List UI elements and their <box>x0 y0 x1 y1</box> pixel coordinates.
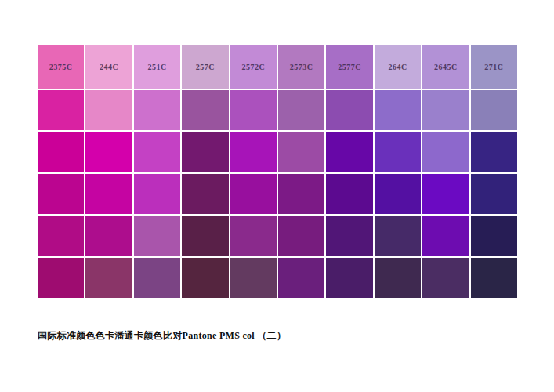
swatch-271C-row4 <box>471 174 517 214</box>
column-header-swatch-2573C: 2573C <box>278 45 324 89</box>
swatch-264C-row6 <box>375 258 421 298</box>
swatch-2375C-row6 <box>38 258 84 298</box>
swatch-244C-row2 <box>85 90 132 130</box>
column-label: 264C <box>388 63 407 71</box>
swatch-264C-row4 <box>375 174 421 214</box>
swatch-251C-row4 <box>134 174 180 214</box>
column-label: 2645C <box>434 63 458 71</box>
swatch-251C-row2 <box>134 90 180 130</box>
swatch-2577C-row2 <box>326 90 372 130</box>
swatch-2573C-row5 <box>278 216 324 256</box>
column-header-swatch-2375C: 2375C <box>38 45 84 89</box>
swatch-257C-row5 <box>182 216 228 256</box>
swatch-264C-row3 <box>375 132 421 172</box>
swatch-2572C-row2 <box>230 90 277 130</box>
swatch-251C-row5 <box>134 216 180 256</box>
swatch-271C-row5 <box>471 216 517 256</box>
color-grid: 2375C244C251C257C2572C2573C2577C264C2645… <box>38 45 517 298</box>
swatch-251C-row6 <box>134 258 180 298</box>
swatch-2645C-row3 <box>422 132 469 172</box>
swatch-244C-row6 <box>85 258 132 298</box>
column-label: 251C <box>147 63 166 71</box>
swatch-2573C-row6 <box>278 258 324 298</box>
swatch-257C-row2 <box>182 90 228 130</box>
column-header-swatch-2572C: 2572C <box>230 45 277 89</box>
swatch-271C-row3 <box>471 132 517 172</box>
swatch-264C-row2 <box>375 90 421 130</box>
swatch-2573C-row2 <box>278 90 324 130</box>
swatch-2375C-row5 <box>38 216 84 256</box>
swatch-2572C-row5 <box>230 216 277 256</box>
swatch-244C-row3 <box>85 132 132 172</box>
swatch-2375C-row2 <box>38 90 84 130</box>
swatch-2577C-row3 <box>326 132 372 172</box>
column-header-swatch-264C: 264C <box>375 45 421 89</box>
swatch-2375C-row3 <box>38 132 84 172</box>
swatch-2572C-row4 <box>230 174 277 214</box>
swatch-244C-row5 <box>85 216 132 256</box>
column-header-swatch-244C: 244C <box>85 45 132 89</box>
column-label: 244C <box>100 63 118 71</box>
column-label: 2375C <box>49 63 73 71</box>
column-label: 2573C <box>290 63 313 71</box>
swatch-257C-row4 <box>182 174 228 214</box>
swatch-2577C-row4 <box>326 174 372 214</box>
column-label: 2577C <box>338 63 361 71</box>
column-header-swatch-2577C: 2577C <box>326 45 372 89</box>
column-header-swatch-251C: 251C <box>134 45 180 89</box>
swatch-2573C-row3 <box>278 132 324 172</box>
column-label: 271C <box>484 63 503 71</box>
swatch-2573C-row4 <box>278 174 324 214</box>
swatch-251C-row3 <box>134 132 180 172</box>
swatch-2577C-row6 <box>326 258 372 298</box>
swatch-2572C-row3 <box>230 132 277 172</box>
swatch-257C-row6 <box>182 258 228 298</box>
column-header-swatch-2645C: 2645C <box>422 45 469 89</box>
swatch-264C-row5 <box>375 216 421 256</box>
column-header-swatch-257C: 257C <box>182 45 228 89</box>
swatch-257C-row3 <box>182 132 228 172</box>
swatch-271C-row2 <box>471 90 517 130</box>
column-label: 257C <box>196 63 215 71</box>
swatch-2645C-row4 <box>422 174 469 214</box>
swatch-2645C-row5 <box>422 216 469 256</box>
column-label: 2572C <box>241 63 265 71</box>
swatch-2645C-row6 <box>422 258 469 298</box>
swatch-2375C-row4 <box>38 174 84 214</box>
column-header-swatch-271C: 271C <box>471 45 517 89</box>
swatch-2645C-row2 <box>422 90 469 130</box>
swatch-244C-row4 <box>85 174 132 214</box>
swatch-271C-row6 <box>471 258 517 298</box>
swatch-2577C-row5 <box>326 216 372 256</box>
pantone-color-chart: 2375C244C251C257C2572C2573C2577C264C2645… <box>0 0 554 392</box>
chart-caption: 国际标准颜色色卡潘通卡颜色比对Pantone PMS col （二） <box>38 329 286 343</box>
swatch-2572C-row6 <box>230 258 277 298</box>
